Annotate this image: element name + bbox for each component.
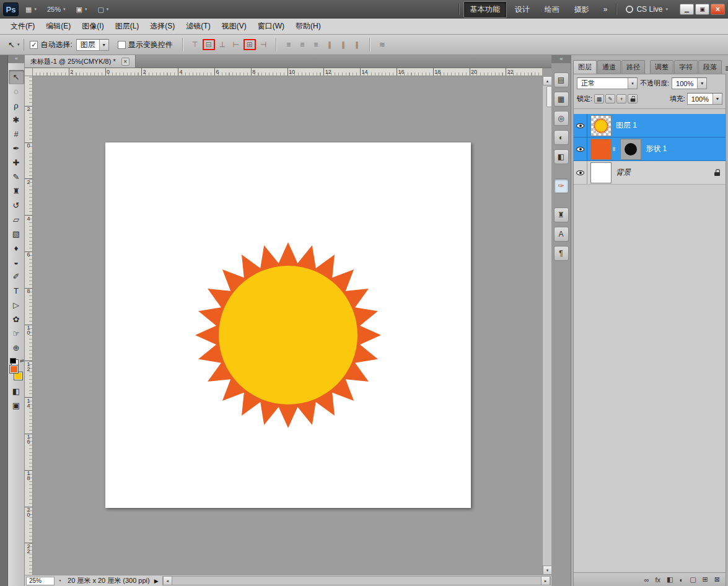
close-tab-icon[interactable]: × xyxy=(121,58,129,66)
scroll-down-icon[interactable]: ▾ xyxy=(543,566,552,575)
view-extras-button[interactable]: ▦ ▾ xyxy=(22,4,40,15)
clone-stamp-tool[interactable]: ♜ xyxy=(9,184,24,198)
status-popup-icon[interactable]: ▶ xyxy=(154,578,159,584)
gradient-tool[interactable]: ▧ xyxy=(9,227,24,241)
vector-mask-thumbnail[interactable] xyxy=(620,139,641,160)
menu-layer[interactable]: 图层(L) xyxy=(110,19,145,34)
menu-view[interactable]: 视图(V) xyxy=(216,19,252,34)
restore-button[interactable]: ▣ xyxy=(695,4,709,15)
healing-brush-tool[interactable]: ✚ xyxy=(9,155,24,170)
tab-layers[interactable]: 图层 xyxy=(573,60,597,74)
masks-panel-icon[interactable]: ◧ xyxy=(554,149,569,164)
distribute-bottom-edges-button[interactable]: ≡ xyxy=(310,39,322,50)
distribute-right-edges-button[interactable]: ∥ xyxy=(351,39,363,50)
layer-group-icon[interactable]: ▢ xyxy=(690,575,696,584)
align-vertical-centers-button[interactable]: ⊟ xyxy=(203,39,215,50)
layer-row-shape-1[interactable]: ∞ 形状 1 xyxy=(574,138,726,161)
layer-thumbnail[interactable] xyxy=(590,162,612,183)
auto-select-target-dropdown[interactable]: 图层 ▼ xyxy=(76,39,109,51)
horizontal-scrollbar[interactable]: ◂ ▸ xyxy=(162,576,551,585)
zoom-tool[interactable]: ⊕ xyxy=(9,341,24,355)
tab-paragraph[interactable]: 段落 xyxy=(698,60,722,74)
swap-colors-icon[interactable]: ⇄ xyxy=(20,358,24,364)
menu-file[interactable]: 文件(F) xyxy=(5,19,40,34)
paragraph-panel-icon[interactable]: ¶ xyxy=(554,246,569,261)
auto-align-layers-button[interactable]: ≋ xyxy=(376,39,388,50)
layer-thumbnail[interactable] xyxy=(590,115,612,136)
scroll-right-icon[interactable]: ▸ xyxy=(541,576,550,585)
arrange-documents-button[interactable]: ▣ ▾ xyxy=(72,4,90,15)
collapse-dock-icon[interactable]: « xyxy=(551,55,571,63)
zoom-level-button[interactable]: 25% ▾ xyxy=(43,4,69,15)
layer-name[interactable]: 图层 1 xyxy=(616,120,637,131)
history-brush-tool[interactable]: ↺ xyxy=(9,198,24,212)
show-transform-checkbox[interactable] xyxy=(118,41,126,49)
hand-tool[interactable]: ☞ xyxy=(9,326,24,341)
canvas-viewport[interactable] xyxy=(33,76,542,575)
document-size-readout[interactable]: 20 厘米 x 20 厘米 (300 ppi) xyxy=(68,576,150,585)
shape-fill-thumbnail[interactable] xyxy=(590,139,612,160)
distribute-vertical-centers-button[interactable]: ≡ xyxy=(296,39,309,50)
auto-select-checkbox[interactable]: ✓ xyxy=(30,41,38,49)
brush-tool[interactable]: ✎ xyxy=(9,170,24,184)
tab-character[interactable]: 字符 xyxy=(674,60,698,74)
vertical-ruler[interactable]: 20246810121416182022 xyxy=(25,76,33,575)
layer-name[interactable]: 背景 xyxy=(616,167,631,178)
blur-tool[interactable]: ♦ xyxy=(9,241,24,255)
workspace-design[interactable]: 设计 xyxy=(508,1,537,18)
distribute-left-edges-button[interactable]: ∥ xyxy=(323,39,336,50)
new-layer-icon[interactable]: ⊞ xyxy=(703,575,708,584)
close-button[interactable]: × xyxy=(711,4,725,15)
workspace-essentials[interactable]: 基本功能 xyxy=(463,1,507,18)
link-layers-icon[interactable]: ∞ xyxy=(644,576,649,584)
visibility-toggle[interactable] xyxy=(574,138,587,160)
menu-help[interactable]: 帮助(H) xyxy=(290,19,327,34)
distribute-top-edges-button[interactable]: ≡ xyxy=(283,39,295,50)
color-panel-icon[interactable]: ▤ xyxy=(554,72,569,87)
lock-transparency-icon[interactable]: ▦ xyxy=(594,94,604,103)
default-colors-icon[interactable] xyxy=(10,358,16,364)
crop-tool[interactable]: # xyxy=(9,127,24,141)
tab-adjustments[interactable]: 调整 xyxy=(650,60,673,74)
menu-select[interactable]: 选择(S) xyxy=(144,19,180,34)
brush-panel-icon[interactable]: ✑ xyxy=(554,178,569,193)
layer-row-background[interactable]: 背景 xyxy=(574,161,726,185)
fill-field[interactable]: 100% ▼ xyxy=(687,93,722,105)
align-right-edges-button[interactable]: ⊣ xyxy=(257,39,270,50)
workspace-overflow-button[interactable]: » xyxy=(599,3,612,15)
menu-edit[interactable]: 编辑(E) xyxy=(40,19,76,34)
opacity-field[interactable]: 100% ▼ xyxy=(672,77,707,89)
swatches-panel-icon[interactable]: ▦ xyxy=(554,92,569,107)
type-tool[interactable]: T xyxy=(9,284,24,298)
custom-shape-tool[interactable]: ✿ xyxy=(9,312,24,326)
screen-mode-button[interactable]: ▢ ▾ xyxy=(94,4,112,15)
visibility-toggle[interactable] xyxy=(574,114,587,137)
minimize-button[interactable]: ▁ xyxy=(680,4,694,15)
lock-pixels-icon[interactable]: ✎ xyxy=(605,94,615,103)
distribute-horizontal-centers-button[interactable]: ∥ xyxy=(337,39,349,50)
tab-paths[interactable]: 路径 xyxy=(621,60,645,74)
path-selection-tool[interactable]: ▷ xyxy=(9,298,24,312)
eraser-tool[interactable]: ▱ xyxy=(9,212,24,227)
align-horizontal-centers-button[interactable]: ⊞ xyxy=(243,39,256,50)
adjustment-layer-icon[interactable]: ◐ xyxy=(680,576,684,584)
styles-panel-icon[interactable]: ◎ xyxy=(554,111,569,126)
quick-selection-tool[interactable]: ✱ xyxy=(9,113,24,127)
clone-source-panel-icon[interactable]: ♜ xyxy=(554,208,569,222)
eyedropper-tool[interactable]: ✒ xyxy=(9,141,24,155)
tab-channels[interactable]: 通道 xyxy=(597,60,621,74)
menu-image[interactable]: 图像(I) xyxy=(76,19,109,34)
quick-mask-button[interactable]: ◧ xyxy=(9,384,24,398)
horizontal-ruler[interactable]: 20246810121416182022 xyxy=(33,68,542,76)
cs-live-button[interactable]: CS Live ▾ xyxy=(621,3,673,15)
add-mask-icon[interactable]: ◧ xyxy=(667,575,673,584)
screen-mode-button[interactable]: ▣ xyxy=(9,398,24,413)
menu-filter[interactable]: 滤镜(T) xyxy=(180,19,216,34)
dodge-tool[interactable]: ◒ xyxy=(9,255,24,269)
tool-preset-picker[interactable]: ↖ ▾ xyxy=(4,39,24,51)
workspace-photography[interactable]: 摄影 xyxy=(568,1,596,18)
scroll-up-icon[interactable]: ▴ xyxy=(543,76,552,85)
lock-all-icon[interactable] xyxy=(628,94,638,103)
layer-effects-icon[interactable]: fx xyxy=(656,576,661,584)
workspace-painting[interactable]: 绘画 xyxy=(538,1,566,18)
